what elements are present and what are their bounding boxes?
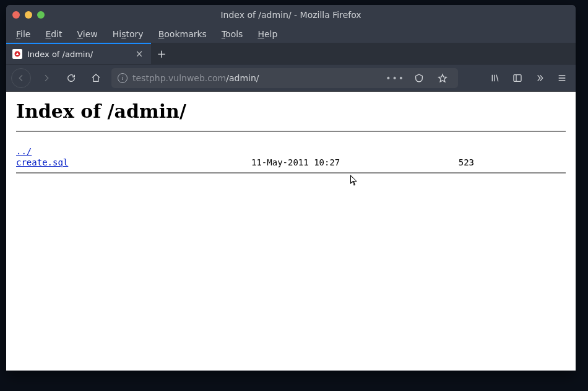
minimize-window-button[interactable] xyxy=(25,11,32,19)
file-date: 11-May-2011 10:27 xyxy=(251,157,412,168)
menu-file[interactable]: File xyxy=(10,27,37,41)
menu-history[interactable]: History xyxy=(106,27,150,41)
toolbar-right xyxy=(486,69,571,87)
close-window-button[interactable] xyxy=(12,11,20,19)
hamburger-menu-icon[interactable] xyxy=(553,69,571,87)
url-text: testphp.vulnweb.com/admin/ xyxy=(132,73,259,83)
new-tab-button[interactable]: + xyxy=(151,43,172,64)
back-button[interactable] xyxy=(11,68,31,88)
tab-active[interactable]: Index of /admin/ × xyxy=(6,43,151,64)
forward-button[interactable] xyxy=(37,69,56,87)
menu-edit[interactable]: Edit xyxy=(39,27,68,41)
navbar: i testphp.vulnweb.com/admin/ ••• xyxy=(6,64,576,92)
close-tab-button[interactable]: × xyxy=(134,48,145,59)
browser-window: Index of /admin/ - Mozilla Firefox File … xyxy=(6,5,576,371)
menu-bookmarks[interactable]: Bookmarks xyxy=(152,27,213,41)
window-title: Index of /admin/ - Mozilla Firefox xyxy=(6,10,576,20)
favicon-icon xyxy=(12,49,22,59)
menubar: File Edit View History Bookmarks Tools H… xyxy=(6,25,576,43)
url-bar[interactable]: i testphp.vulnweb.com/admin/ ••• xyxy=(111,68,458,88)
page-viewport: Index of /admin/ ../ create.sql11-May-20… xyxy=(6,92,576,371)
svg-rect-0 xyxy=(514,74,521,81)
menu-view[interactable]: View xyxy=(71,27,104,41)
overflow-chevron-icon[interactable] xyxy=(531,69,548,87)
titlebar: Index of /admin/ - Mozilla Firefox xyxy=(6,5,576,25)
file-size: 523 xyxy=(412,157,474,168)
divider-top xyxy=(16,131,566,132)
sidebar-icon[interactable] xyxy=(509,69,526,87)
library-icon[interactable] xyxy=(486,69,504,87)
file-row: create.sql11-May-2011 10:27523 xyxy=(16,157,566,168)
site-info-icon[interactable]: i xyxy=(118,73,128,83)
directory-listing: ../ create.sql11-May-2011 10:27523 xyxy=(16,134,566,169)
reload-button[interactable] xyxy=(62,69,80,87)
page-action-ellipsis-icon[interactable]: ••• xyxy=(386,73,405,83)
reader-mode-icon[interactable] xyxy=(410,69,428,87)
parent-dir-link[interactable]: ../ xyxy=(16,146,32,156)
tab-title: Index of /admin/ xyxy=(27,50,93,59)
window-controls xyxy=(12,11,45,19)
tab-strip: Index of /admin/ × + xyxy=(6,43,576,64)
divider-bottom xyxy=(16,172,566,174)
mouse-cursor-icon xyxy=(350,175,359,187)
page-heading: Index of /admin/ xyxy=(16,100,566,122)
menu-help[interactable]: Help xyxy=(251,27,283,41)
bookmark-star-icon[interactable] xyxy=(433,69,452,87)
file-link[interactable]: create.sql xyxy=(16,157,68,167)
home-button[interactable] xyxy=(87,69,105,87)
menu-tools[interactable]: Tools xyxy=(215,27,249,41)
maximize-window-button[interactable] xyxy=(37,11,45,19)
